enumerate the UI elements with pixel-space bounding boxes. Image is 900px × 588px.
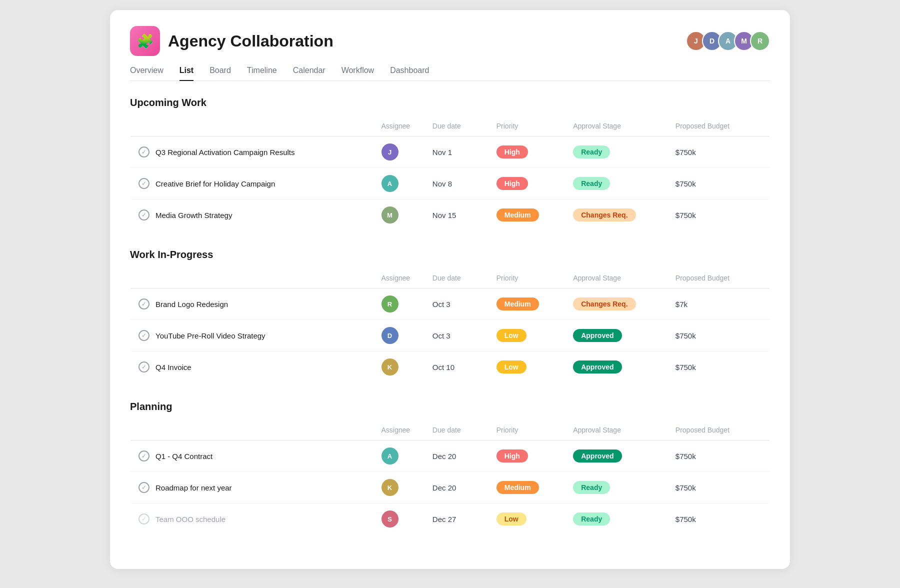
col-header-assignee: Assignee bbox=[374, 116, 424, 136]
col-header-priority: Priority bbox=[488, 420, 565, 440]
section-title-upcoming: Upcoming Work bbox=[130, 97, 770, 108]
approval-cell: Ready bbox=[565, 136, 668, 168]
priority-badge: Medium bbox=[496, 208, 539, 222]
check-icon[interactable]: ✓ bbox=[138, 178, 150, 189]
assignee-avatar: A bbox=[382, 175, 398, 192]
app-title: Agency Collaboration bbox=[168, 32, 334, 50]
sections-container: Upcoming Work Assignee Due date Priority… bbox=[130, 97, 770, 535]
table-row[interactable]: ✓ Brand Logo Redesign R Oct 3 Medium Cha… bbox=[130, 288, 770, 320]
task-name-cell: ✓ Roadmap for next year bbox=[130, 472, 374, 504]
tab-timeline[interactable]: Timeline bbox=[247, 66, 277, 81]
assignee-avatar: D bbox=[382, 327, 398, 344]
approval-badge: Approved bbox=[573, 450, 622, 462]
task-name-label: YouTube Pre-Roll Video Strategy bbox=[156, 332, 266, 340]
tab-overview[interactable]: Overview bbox=[130, 66, 164, 81]
check-icon[interactable]: ✓ bbox=[138, 298, 150, 310]
col-header-task bbox=[130, 116, 374, 136]
check-icon[interactable]: ✓ bbox=[138, 362, 150, 372]
task-name-cell: ✓ Q3 Regional Activation Campaign Result… bbox=[130, 136, 374, 168]
table-row[interactable]: ✓ Creative Brief for Holiday Campaign A … bbox=[130, 168, 770, 200]
tab-list[interactable]: List bbox=[180, 66, 194, 81]
tab-calendar[interactable]: Calendar bbox=[293, 66, 326, 81]
col-header-due: Due date bbox=[424, 420, 488, 440]
task-name-cell: ✓ Media Growth Strategy bbox=[130, 200, 374, 231]
approval-badge: Ready bbox=[573, 177, 610, 190]
check-icon[interactable]: ✓ bbox=[138, 330, 150, 341]
priority-cell: High bbox=[488, 136, 565, 168]
priority-cell: Medium bbox=[488, 200, 565, 231]
budget-cell: $750k bbox=[668, 504, 770, 535]
budget-value: $7k bbox=[676, 300, 688, 308]
col-header-priority: Priority bbox=[488, 268, 565, 288]
col-header-approval: Approval Stage bbox=[565, 420, 668, 440]
check-icon[interactable]: ✓ bbox=[138, 514, 150, 524]
col-header-assignee: Assignee bbox=[374, 268, 424, 288]
budget-value: $750k bbox=[676, 484, 696, 492]
assignee-avatar: R bbox=[382, 296, 398, 312]
assignee-cell: J bbox=[374, 136, 424, 168]
priority-badge: High bbox=[496, 146, 528, 158]
budget-value: $750k bbox=[676, 148, 696, 156]
table-row[interactable]: ✓ Q4 Invoice K Oct 10 Low Approved $750k bbox=[130, 352, 770, 383]
assignee-cell: M bbox=[374, 200, 424, 231]
due-date-cell: Oct 10 bbox=[424, 352, 488, 383]
task-table-in-progress: Assignee Due date Priority Approval Stag… bbox=[130, 268, 770, 383]
col-header-budget: Proposed Budget bbox=[668, 116, 770, 136]
approval-cell: Ready bbox=[565, 168, 668, 200]
tab-workflow[interactable]: Workflow bbox=[342, 66, 374, 81]
due-date-value: Dec 20 bbox=[432, 452, 456, 460]
budget-cell: $750k bbox=[668, 200, 770, 231]
priority-cell: Medium bbox=[488, 288, 565, 320]
table-row[interactable]: ✓ YouTube Pre-Roll Video Strategy D Oct … bbox=[130, 320, 770, 352]
check-icon[interactable]: ✓ bbox=[138, 210, 150, 220]
table-row[interactable]: ✓ Media Growth Strategy M Nov 15 Medium … bbox=[130, 200, 770, 231]
due-date-value: Nov 15 bbox=[432, 211, 456, 220]
approval-badge: Approved bbox=[573, 329, 622, 342]
due-date-value: Oct 10 bbox=[432, 363, 454, 372]
team-avatars: J D A M R bbox=[686, 31, 770, 51]
check-icon[interactable]: ✓ bbox=[138, 450, 150, 462]
approval-badge: Ready bbox=[573, 512, 610, 526]
assignee-cell: A bbox=[374, 440, 424, 472]
due-date-cell: Oct 3 bbox=[424, 320, 488, 352]
tab-dashboard[interactable]: Dashboard bbox=[390, 66, 429, 81]
navigation-tabs: Overview List Board Timeline Calendar Wo… bbox=[130, 66, 770, 81]
avatar-5: R bbox=[750, 31, 770, 51]
approval-badge: Approved bbox=[573, 360, 622, 374]
assignee-avatar: A bbox=[382, 448, 398, 464]
due-date-cell: Dec 20 bbox=[424, 472, 488, 504]
approval-cell: Approved bbox=[565, 440, 668, 472]
budget-value: $750k bbox=[676, 452, 696, 460]
approval-cell: Changes Req. bbox=[565, 200, 668, 231]
check-icon[interactable]: ✓ bbox=[138, 146, 150, 158]
budget-value: $750k bbox=[676, 515, 696, 524]
approval-badge: Changes Req. bbox=[573, 208, 636, 222]
assignee-avatar: M bbox=[382, 206, 398, 224]
task-name-label: Q3 Regional Activation Campaign Results bbox=[156, 148, 294, 156]
table-row[interactable]: ✓ Q3 Regional Activation Campaign Result… bbox=[130, 136, 770, 168]
assignee-cell: K bbox=[374, 472, 424, 504]
col-header-approval: Approval Stage bbox=[565, 268, 668, 288]
tab-board[interactable]: Board bbox=[210, 66, 231, 81]
due-date-cell: Nov 15 bbox=[424, 200, 488, 231]
section-upcoming: Upcoming Work Assignee Due date Priority… bbox=[130, 97, 770, 231]
priority-badge: Medium bbox=[496, 481, 539, 494]
budget-value: $750k bbox=[676, 363, 696, 372]
col-header-assignee: Assignee bbox=[374, 420, 424, 440]
assignee-cell: A bbox=[374, 168, 424, 200]
priority-cell: Low bbox=[488, 352, 565, 383]
budget-cell: $750k bbox=[668, 352, 770, 383]
approval-badge: Changes Req. bbox=[573, 298, 636, 310]
table-row[interactable]: ✓ Q1 - Q4 Contract A Dec 20 High Approve… bbox=[130, 440, 770, 472]
priority-badge: Low bbox=[496, 360, 526, 374]
table-row[interactable]: ✓ Roadmap for next year K Dec 20 Medium … bbox=[130, 472, 770, 504]
check-icon[interactable]: ✓ bbox=[138, 482, 150, 493]
table-row[interactable]: ✓ Team OOO schedule S Dec 27 Low Ready $… bbox=[130, 504, 770, 535]
app-icon: 🧩 bbox=[130, 26, 160, 56]
section-title-in-progress: Work In-Progress bbox=[130, 249, 770, 260]
col-header-approval: Approval Stage bbox=[565, 116, 668, 136]
header: 🧩 Agency Collaboration J D A M R bbox=[130, 26, 770, 56]
col-header-due: Due date bbox=[424, 116, 488, 136]
due-date-cell: Dec 27 bbox=[424, 504, 488, 535]
task-name-cell: ✓ Brand Logo Redesign bbox=[130, 288, 374, 320]
